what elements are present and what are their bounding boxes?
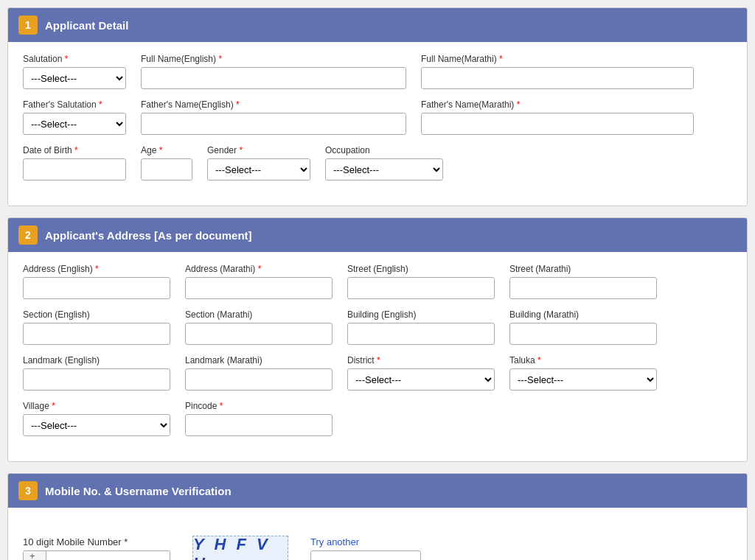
father-sal-select[interactable]: ---Select--- Mr. Mrs. Ms.	[23, 113, 126, 135]
landmark-mr-label: Landmark (Marathi)	[185, 355, 333, 365]
landmark-en-input[interactable]	[23, 368, 170, 391]
father-name-mr-label: Father's Name(Marathi) *	[421, 99, 694, 110]
mobile-label: 10 digit Mobile Number *	[23, 536, 170, 547]
section2-row2: Section (English) Section (Marathi) Buil…	[23, 309, 732, 345]
father-sal-group: Father's Salutation * ---Select--- Mr. M…	[23, 99, 126, 135]
street-en-group: Street (English)	[347, 264, 495, 299]
try-another-col: Try another	[310, 536, 421, 560]
section3-number: 3	[18, 481, 38, 500]
section1-title: Applicant Detail	[45, 19, 128, 32]
addr-mr-group: Address (Marathi) *	[185, 264, 333, 299]
full-name-mr-label: Full Name(Marathi) *	[421, 54, 694, 64]
section1-row2: Father's Salutation * ---Select--- Mr. M…	[23, 99, 732, 135]
building-en-group: Building (English)	[347, 309, 495, 345]
landmark-mr-input[interactable]	[185, 368, 333, 391]
salutation-select[interactable]: ---Select--- Mr. Mrs. Ms. Dr. Prof.	[23, 67, 126, 89]
occupation-group: Occupation ---Select--- Service Business…	[325, 145, 443, 181]
father-name-mr-input[interactable]	[421, 113, 694, 135]
full-name-en-label: Full Name(English) *	[141, 54, 406, 64]
pincode-group: Pincode *	[185, 401, 333, 436]
building-en-input[interactable]	[347, 323, 495, 345]
father-name-en-label: Father's Name(English) *	[141, 99, 406, 110]
full-name-en-input[interactable]	[141, 67, 406, 89]
addr-mr-label: Address (Marathi) *	[185, 264, 333, 274]
mobile-prefix: + 91	[24, 551, 46, 560]
salutation-label: Salutation *	[23, 54, 126, 64]
occupation-select[interactable]: ---Select--- Service Business Student Ot…	[325, 158, 443, 181]
father-name-en-input[interactable]	[141, 113, 406, 135]
street-mr-group: Street (Marathi)	[509, 264, 657, 299]
full-name-en-group: Full Name(English) *	[141, 54, 406, 89]
mobile-row: 10 digit Mobile Number * + 91 Y H F V U …	[23, 519, 732, 560]
age-input[interactable]	[141, 158, 192, 181]
father-name-en-group: Father's Name(English) *	[141, 99, 406, 135]
building-en-label: Building (English)	[347, 309, 495, 320]
section3-body: 10 digit Mobile Number * + 91 Y H F V U …	[8, 508, 747, 560]
building-mr-input[interactable]	[509, 323, 657, 345]
section1-row3: Date of Birth * Age * Gender * ---Select	[23, 145, 732, 181]
section1-header: 1 Applicant Detail	[8, 8, 747, 42]
mobile-input-wrap: + 91	[23, 550, 170, 560]
mobile-number-input[interactable]	[46, 556, 170, 561]
dob-input[interactable]	[23, 158, 126, 181]
section-address: 2 Applicant's Address [As per document] …	[7, 217, 748, 462]
section-mobile-verification: 3 Mobile No. & Username Verification 10 …	[7, 473, 748, 560]
section2-body: Address (English) * Address (Marathi) * …	[8, 252, 747, 461]
full-name-mr-input[interactable]	[421, 67, 694, 89]
village-select[interactable]: ---Select---	[23, 414, 170, 436]
full-name-mr-group: Full Name(Marathi) *	[421, 54, 694, 89]
landmark-en-group: Landmark (English)	[23, 355, 170, 391]
street-en-label: Street (English)	[347, 264, 495, 274]
section2-number: 2	[18, 225, 38, 245]
section3-title: Mobile No. & Username Verification	[45, 485, 232, 497]
landmark-mr-group: Landmark (Marathi)	[185, 355, 333, 391]
village-label: Village *	[23, 401, 170, 411]
addr-en-input[interactable]	[23, 277, 170, 299]
section2-title: Applicant's Address [As per document]	[45, 229, 252, 242]
section-en-input[interactable]	[23, 323, 170, 345]
section-mr-group: Section (Marathi)	[185, 309, 333, 345]
taluka-select[interactable]: ---Select---	[509, 368, 657, 391]
section-mr-label: Section (Marathi)	[185, 309, 333, 320]
section-applicant-detail: 1 Applicant Detail Salutation * ---Selec…	[7, 7, 748, 206]
street-en-input[interactable]	[347, 277, 495, 299]
building-mr-group: Building (Marathi)	[509, 309, 657, 345]
dob-group: Date of Birth *	[23, 145, 126, 181]
gender-label: Gender *	[207, 145, 310, 155]
addr-en-group: Address (English) *	[23, 264, 170, 299]
captcha-entry-input[interactable]	[310, 550, 421, 560]
father-name-mr-group: Father's Name(Marathi) *	[421, 99, 694, 135]
pincode-input[interactable]	[185, 414, 333, 436]
section1-body: Salutation * ---Select--- Mr. Mrs. Ms. D…	[8, 42, 747, 206]
try-another-link[interactable]: Try another	[310, 536, 421, 547]
section2-row3: Landmark (English) Landmark (Marathi) Di…	[23, 355, 732, 391]
landmark-en-label: Landmark (English)	[23, 355, 170, 365]
section2-row4: Village * ---Select--- Pincode *	[23, 401, 732, 436]
district-label: District *	[347, 355, 495, 365]
section1-row1: Salutation * ---Select--- Mr. Mrs. Ms. D…	[23, 54, 732, 89]
father-sal-label: Father's Salutation *	[23, 99, 126, 110]
district-group: District * ---Select---	[347, 355, 495, 391]
salutation-group: Salutation * ---Select--- Mr. Mrs. Ms. D…	[23, 54, 126, 89]
captcha-col: Y H F V U	[192, 519, 288, 560]
section-mr-input[interactable]	[185, 323, 333, 345]
captcha-image: Y H F V U	[192, 536, 288, 560]
gender-group: Gender * ---Select--- Male Female Other	[207, 145, 310, 181]
age-group: Age *	[141, 145, 192, 181]
street-mr-input[interactable]	[509, 277, 657, 299]
building-mr-label: Building (Marathi)	[509, 309, 657, 320]
section3-header: 3 Mobile No. & Username Verification	[8, 474, 747, 508]
district-select[interactable]: ---Select---	[347, 368, 495, 391]
section-en-group: Section (English)	[23, 309, 170, 345]
addr-en-label: Address (English) *	[23, 264, 170, 274]
section1-number: 1	[18, 15, 38, 35]
taluka-group: Taluka * ---Select---	[509, 355, 657, 391]
age-label: Age *	[141, 145, 192, 155]
section2-row1: Address (English) * Address (Marathi) * …	[23, 264, 732, 299]
addr-mr-input[interactable]	[185, 277, 333, 299]
dob-label: Date of Birth *	[23, 145, 126, 155]
gender-select[interactable]: ---Select--- Male Female Other	[207, 158, 310, 181]
street-mr-label: Street (Marathi)	[509, 264, 657, 274]
mobile-group: 10 digit Mobile Number * + 91	[23, 536, 170, 560]
taluka-label: Taluka *	[509, 355, 657, 365]
